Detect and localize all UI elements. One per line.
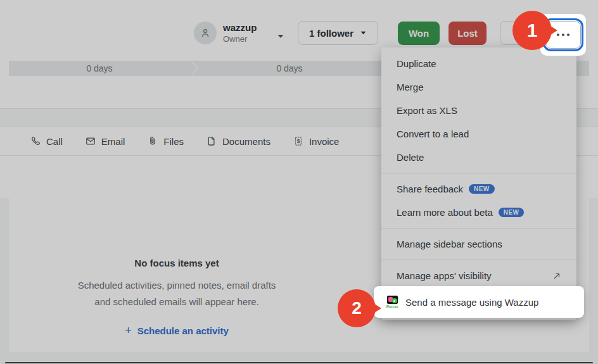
menu-item-convert-lead[interactable]: Convert to a lead xyxy=(381,122,576,146)
menu-item-send-wazzup[interactable]: Wazzup Send a message using Wazzup xyxy=(374,286,584,318)
menu-item-label: Manage apps' visibility xyxy=(397,270,492,281)
new-badge: NEW xyxy=(499,208,525,217)
won-button[interactable]: Won xyxy=(398,22,440,45)
tab-files[interactable]: Files xyxy=(148,136,184,147)
tab-invoice[interactable]: $ Invoice xyxy=(293,136,340,147)
owner-role: Owner xyxy=(223,34,257,45)
focus-desc-line2: and scheduled emails will appear here. xyxy=(9,294,345,310)
menu-divider xyxy=(381,228,576,229)
menu-item-manage-apps-visibility[interactable]: Manage apps' visibility xyxy=(381,264,576,287)
owner-name: wazzup xyxy=(223,22,257,34)
schedule-activity-label: Schedule an activity xyxy=(137,325,229,336)
ellipsis-dot xyxy=(562,34,564,36)
wazzup-logo-text: Wazzup xyxy=(386,304,398,308)
stage-days-label: 0 days xyxy=(276,63,302,73)
svg-text:$: $ xyxy=(297,138,300,144)
won-label: Won xyxy=(409,28,429,39)
tab-label: Documents xyxy=(222,136,270,147)
chevron-down-icon xyxy=(360,30,367,35)
chevron-down-icon[interactable] xyxy=(277,30,284,42)
stage-segment[interactable]: 0 days xyxy=(199,61,380,76)
focus-empty-state: No focus items yet Scheduled activities,… xyxy=(9,198,345,337)
tab-email[interactable]: Email xyxy=(86,136,125,147)
wazzup-logo-icon: Wazzup xyxy=(386,296,398,308)
ellipsis-icon xyxy=(557,34,559,36)
lost-button[interactable]: Lost xyxy=(448,22,487,45)
followers-button[interactable]: 1 follower xyxy=(298,21,378,45)
tab-documents[interactable]: Documents xyxy=(207,136,270,147)
lost-label: Lost xyxy=(457,28,478,39)
arrow-up-right-icon xyxy=(552,272,561,280)
menu-divider xyxy=(381,260,576,260)
owner-texts: wazzup Owner xyxy=(223,22,257,45)
owner-avatar xyxy=(194,22,217,44)
screenshot-bottom-border xyxy=(5,362,593,363)
callout-step-1: 1 xyxy=(512,11,552,50)
wazzup-item-label: Send a message using Wazzup xyxy=(405,297,538,308)
tab-call[interactable]: Call xyxy=(30,136,63,147)
menu-item-export-xls[interactable]: Export as XLS xyxy=(381,99,576,122)
focus-title: No focus items yet xyxy=(9,258,345,268)
focus-description: Scheduled activities, pinned notes, emai… xyxy=(9,277,345,310)
owner-dropdown[interactable]: wazzup Owner xyxy=(194,22,284,45)
menu-item-label: Convert to a lead xyxy=(397,129,469,139)
menu-item-label: Share feedback xyxy=(397,184,463,194)
menu-item-label: Duplicate xyxy=(397,58,436,69)
stage-chevron-icon xyxy=(190,61,199,76)
menu-item-delete[interactable]: Delete xyxy=(381,146,576,169)
menu-item-learn-beta[interactable]: Learn more about beta NEW xyxy=(381,201,576,224)
menu-item-label: Learn more about beta xyxy=(397,207,493,218)
paperclip-icon xyxy=(148,136,158,146)
phone-icon xyxy=(30,136,41,146)
menu-item-manage-sidebar[interactable]: Manage sidebar sections xyxy=(381,232,576,256)
menu-item-label: Delete xyxy=(397,152,424,163)
menu-item-label: Manage sidebar sections xyxy=(397,239,502,249)
menu-divider xyxy=(381,173,576,173)
new-badge: NEW xyxy=(469,184,495,194)
person-icon xyxy=(200,27,211,39)
schedule-activity-link[interactable]: + Schedule an activity xyxy=(125,325,229,336)
envelope-icon xyxy=(86,136,96,146)
menu-item-merge[interactable]: Merge xyxy=(381,75,576,99)
plus-icon: + xyxy=(125,326,132,336)
wazzup-logo-mark xyxy=(387,296,398,304)
menu-item-share-feedback[interactable]: Share feedback NEW xyxy=(381,177,576,201)
deal-detail-screen: wazzup Owner 1 follower Won Lost $ 0 day… xyxy=(0,0,598,364)
stage-segment[interactable]: 0 days xyxy=(9,61,190,76)
tab-label: Files xyxy=(163,136,184,147)
tab-label: Email xyxy=(101,136,125,147)
ellipsis-dot xyxy=(567,34,569,36)
menu-item-label: Export as XLS xyxy=(397,105,457,116)
more-actions-menu: Duplicate Merge Export as XLS Convert to… xyxy=(381,47,576,320)
tab-label: Call xyxy=(46,136,63,147)
document-icon xyxy=(207,136,217,146)
focus-desc-line1: Scheduled activities, pinned notes, emai… xyxy=(9,277,345,294)
receipt-icon: $ xyxy=(293,136,303,146)
stage-days-label: 0 days xyxy=(86,63,112,73)
callout-step-2: 2 xyxy=(338,289,376,327)
menu-item-label: Merge xyxy=(397,82,424,92)
followers-label: 1 follower xyxy=(309,28,353,39)
tab-label: Invoice xyxy=(309,136,340,147)
